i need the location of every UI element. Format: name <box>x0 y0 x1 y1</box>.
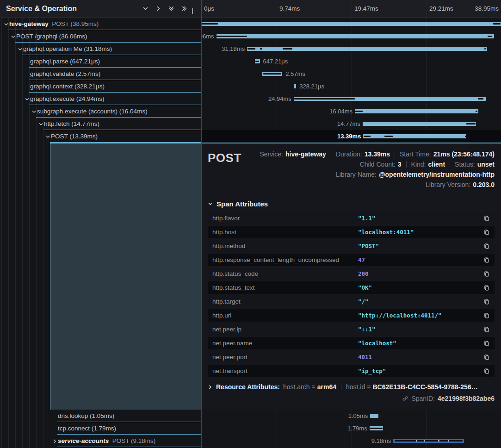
span-meta-line: Library Name:@opentelemetry/instrumentat… <box>260 169 495 180</box>
span-row[interactable]: tcp.connect (1.79ms) <box>0 422 201 435</box>
attribute-value: "/" <box>358 298 369 305</box>
waterfall-row[interactable]: 647.21μs <box>202 55 501 68</box>
attribute-row: net.peer.ip"::1" <box>208 323 495 336</box>
double-chevron-down-icon[interactable] <box>166 4 176 14</box>
span-meta-line: Service:hive-gatewayDuration:13.39msStar… <box>260 149 495 159</box>
span-row[interactable]: service-accounts POST (9.18ms) <box>0 435 201 447</box>
link-icon[interactable] <box>402 395 408 402</box>
duration-label: 2.57ms <box>285 68 305 80</box>
waterfall-row[interactable]: 31.18ms <box>202 43 501 55</box>
copy-icon[interactable] <box>483 354 490 361</box>
span-row[interactable]: graphql.execute (24.94ms) <box>0 93 201 105</box>
duration-label: 14.77ms <box>337 118 360 130</box>
chevron-down-icon[interactable] <box>31 109 37 114</box>
resource-separator <box>341 384 341 390</box>
span-bar[interactable] <box>216 34 494 38</box>
resource-key: host.arch <box>283 383 310 391</box>
attribute-row: http.status_text"OK" <box>208 281 495 294</box>
copy-icon[interactable] <box>483 368 490 374</box>
copy-icon[interactable] <box>483 229 490 236</box>
copy-icon[interactable] <box>483 299 490 305</box>
child-span-mark <box>476 111 477 112</box>
duration-label: 13.39ms <box>337 130 361 143</box>
span-label: tcp.connect (1.79ms) <box>58 425 116 432</box>
resource-key: host.id <box>346 383 365 391</box>
duration-label: 328.21μs <box>299 80 324 93</box>
waterfall-row[interactable]: 36.06ms <box>202 30 501 43</box>
span-bar[interactable] <box>202 22 501 26</box>
span-row[interactable]: hive-gateway POST (38.95ms) <box>0 18 201 30</box>
child-span-mark <box>255 61 259 62</box>
span-bar[interactable] <box>363 122 476 126</box>
child-span-mark <box>263 73 281 75</box>
span-row[interactable]: dns.lookup (1.05ms) <box>0 410 201 422</box>
chevron-down-icon[interactable] <box>140 4 150 14</box>
copy-icon[interactable] <box>483 285 490 291</box>
span-id-value: 4e21998f3b82abe6 <box>438 395 495 402</box>
meta-label: Library Version: <box>426 181 470 188</box>
chevron-down-icon[interactable] <box>44 134 51 139</box>
child-span-mark <box>384 136 393 137</box>
chevron-down-icon[interactable] <box>17 47 23 52</box>
waterfall-row[interactable]: 13.39ms <box>202 130 501 143</box>
meta-value: 21ms (23:56:48.174) <box>433 150 495 158</box>
copy-icon[interactable] <box>483 312 490 319</box>
section-title: Span Attributes <box>216 200 268 208</box>
chevron-down-icon[interactable] <box>37 122 44 127</box>
chevron-right-icon[interactable] <box>51 439 58 444</box>
chevron-right-icon[interactable] <box>153 4 163 14</box>
meta-separator <box>331 151 331 157</box>
span-bar[interactable] <box>294 84 296 88</box>
child-span-dot <box>438 440 439 442</box>
span-row[interactable]: POST (13.39ms) <box>0 130 201 143</box>
resize-grip[interactable] <box>192 8 196 14</box>
copy-icon[interactable] <box>483 243 490 249</box>
waterfall-row[interactable]: 1.79ms <box>202 422 501 435</box>
span-row[interactable]: graphql.parse (647.21μs) <box>0 55 201 68</box>
chevron-down-icon[interactable] <box>24 97 30 102</box>
duration-label: 16.04ms <box>329 105 353 118</box>
chevron-down-icon[interactable] <box>10 34 16 39</box>
duration-label: 647.21μs <box>263 55 288 68</box>
resource-attributes-row[interactable]: Resource Attributes: host.arch=arm64host… <box>208 383 495 391</box>
attribute-row: net.peer.port4011 <box>208 351 495 363</box>
copy-icon[interactable] <box>483 215 490 222</box>
waterfall-row[interactable]: 1.05ms <box>202 410 501 422</box>
span-label: graphql.context (328.21μs) <box>30 83 105 90</box>
attribute-row: http.method"POST" <box>208 240 495 252</box>
span-bar[interactable] <box>370 414 378 418</box>
child-span-dot <box>416 440 417 442</box>
span-row[interactable]: graphql.operation Me (31.18ms) <box>0 43 201 55</box>
span-bar[interactable] <box>363 134 466 138</box>
waterfall-row[interactable]: 14.77ms <box>202 118 501 130</box>
double-chevron-right-icon[interactable] <box>179 4 189 14</box>
attribute-value: "localhost" <box>358 340 396 347</box>
child-span-mark <box>478 98 483 100</box>
span-row[interactable]: http.fetch (14.77ms) <box>0 118 201 130</box>
span-attributes-header[interactable]: Span Attributes <box>208 200 495 208</box>
waterfall-row[interactable]: 16.04ms <box>202 105 501 118</box>
waterfall-row[interactable]: 24.94ms <box>202 93 501 105</box>
waterfall-row[interactable]: 9.18ms <box>202 435 501 447</box>
panel-title: Service & Operation <box>0 5 77 13</box>
waterfall-row[interactable]: 2.57ms <box>202 68 501 80</box>
span-label: subgraph.execute (accounts) (16.04ms) <box>37 108 148 115</box>
span-row[interactable]: graphql.validate (2.57ms) <box>0 68 201 80</box>
copy-icon[interactable] <box>483 257 490 263</box>
attribute-row: http.url"http://localhost:4011/" <box>208 309 495 322</box>
span-row[interactable]: subgraph.execute (accounts) (16.04ms) <box>0 105 201 118</box>
span-row[interactable]: POST /graphql (36.06ms) <box>0 30 201 43</box>
copy-icon[interactable] <box>483 271 490 277</box>
waterfall-row[interactable] <box>202 18 501 30</box>
span-bar[interactable] <box>355 109 478 113</box>
waterfall-row[interactable]: 328.21μs <box>202 80 501 93</box>
span-detail-header: POST Service:hive-gatewayDuration:13.39m… <box>208 149 495 190</box>
chevron-down-icon[interactable] <box>3 22 9 27</box>
meta-value: 13.39ms <box>365 150 390 158</box>
meta-separator <box>450 161 450 168</box>
copy-icon[interactable] <box>483 340 490 347</box>
span-row[interactable]: graphql.context (328.21μs) <box>0 80 201 93</box>
attribute-value: "localhost:4011" <box>358 229 414 236</box>
copy-icon[interactable] <box>483 326 490 333</box>
meta-value: 3 <box>398 161 402 168</box>
